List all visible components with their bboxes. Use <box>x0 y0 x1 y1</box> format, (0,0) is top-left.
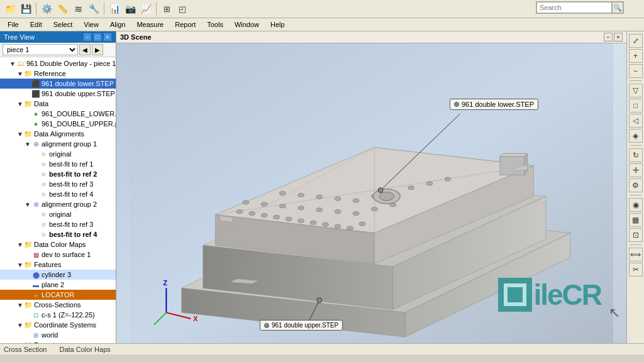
tree-item-cs1[interactable]: ⊡ c-s 1 (Z=-122.25) <box>0 310 116 320</box>
menu-measure[interactable]: Measure <box>131 19 169 30</box>
toolbar-grid[interactable]: ≋ <box>70 1 86 16</box>
cross-sections-folder-icon: 📁 <box>24 300 33 309</box>
rt-fit-all[interactable]: ⤢ <box>629 34 643 48</box>
tree-item-data-color-maps[interactable]: ▼ 📁 Data Color Maps <box>0 239 116 250</box>
svg-point-42 <box>426 182 433 185</box>
rt-view-front[interactable]: □ <box>629 99 643 112</box>
tree-item-lower-ply[interactable]: ● 961_DOUBLE_LOWER.ply <box>0 109 116 119</box>
tree-item-bestfit-g2-4[interactable]: ⊙ best-fit to ref 4 <box>0 229 116 239</box>
tree-label-cylinder3: cylinder 3 <box>42 271 71 278</box>
rt-cut[interactable]: ✂ <box>629 263 643 277</box>
menu-window[interactable]: Window <box>230 19 264 30</box>
tree-item-cross-sections[interactable]: ▼ 📁 Cross-Sections <box>0 300 116 310</box>
menu-align[interactable]: Align <box>105 19 130 30</box>
rt-view-iso[interactable]: ◈ <box>629 129 643 143</box>
tree-item-data-alignments[interactable]: ▼ 📁 Data Alignments <box>0 129 116 139</box>
tree-item-cylinder3[interactable]: ⬤ cylinder 3 <box>0 270 116 280</box>
toolbar-extra1[interactable]: ⊞ <box>159 1 174 16</box>
rt-view-top[interactable]: ▽ <box>629 84 643 97</box>
tree-label-features: Features <box>34 261 61 268</box>
tree-item-data[interactable]: ▼ 📁 Data <box>0 99 116 109</box>
reports-folder-icon: 📁 <box>24 341 33 343</box>
tree-item-coord-systems[interactable]: ▼ 📁 Coordinate Systems <box>0 320 116 330</box>
tree-item-world[interactable]: ⊞ world <box>0 330 116 340</box>
bestfit3-icon: ⊙ <box>39 180 48 189</box>
rt-zoom-in[interactable]: + <box>629 49 643 63</box>
tree-item-reports[interactable]: ▼ 📁 Reports <box>0 340 116 343</box>
tree-panel-title: Tree View <box>4 33 35 41</box>
tree-label-upper-step: 961 double upper.STEP <box>42 90 115 97</box>
tree-label-cross-sections: Cross-Sections <box>34 301 81 309</box>
rt-measure[interactable]: ⟺ <box>629 248 643 261</box>
svg-point-22 <box>335 224 341 228</box>
toolbar-camera[interactable]: 📷 <box>123 1 138 16</box>
svg-rect-46 <box>500 156 525 175</box>
scene-pin-btn[interactable]: − <box>604 33 613 41</box>
rt-zoom-out[interactable]: − <box>629 64 643 78</box>
rt-render[interactable]: ◉ <box>629 198 643 212</box>
ply-icon-lower: ● <box>31 109 40 118</box>
search-button[interactable]: 🔍 <box>612 2 623 13</box>
tree-label-bestfit2: best-fit to ref 2 <box>49 170 97 178</box>
tree-item-align-grp2[interactable]: ▼ ⊕ alignment group 2 <box>0 199 116 209</box>
toolbar-graph[interactable]: 📈 <box>138 1 153 16</box>
rt-sep-3 <box>630 195 642 195</box>
rt-rotate[interactable]: ↻ <box>629 148 643 162</box>
rt-view-right[interactable]: ◁ <box>629 114 643 128</box>
data-folder-icon: 📁 <box>24 99 33 108</box>
tree-item-bestfit4[interactable]: ⊙ best-fit to ref 4 <box>0 189 116 199</box>
menu-edit[interactable]: Edit <box>25 19 47 30</box>
svg-point-38 <box>353 199 359 202</box>
rt-settings[interactable]: ⚙ <box>629 178 643 192</box>
tree-item-original2[interactable]: ⊙ original <box>0 209 116 219</box>
toolbar-settings[interactable]: ⚙️ <box>39 1 54 16</box>
scene-content[interactable]: Z X 961 double lower.STEP 961 double upp… <box>116 43 626 343</box>
search-input[interactable] <box>536 2 612 13</box>
menu-view[interactable]: View <box>79 19 104 30</box>
tree-item-reference[interactable]: ▼ 📁 Reference <box>0 69 116 79</box>
piece-next[interactable]: ▶ <box>92 44 103 55</box>
tree-item-original1[interactable]: ⊙ original <box>0 149 116 159</box>
scene-header: 3D Scene − × <box>116 31 626 43</box>
svg-point-55 <box>378 188 383 193</box>
menu-select[interactable]: Select <box>48 19 78 30</box>
tree-item-root[interactable]: ▼ 🗂 961 Double Overlay - piece 1 <box>0 58 116 69</box>
toolbar-open[interactable]: 📁 <box>3 1 18 16</box>
tree-item-upper-ply[interactable]: ● 961_DOUBLE_UPPER.ply <box>0 119 116 129</box>
rt-shading[interactable]: ▦ <box>629 213 643 227</box>
tree-item-bestfit2[interactable]: ⊙ best-fit to ref 2 <box>0 169 116 179</box>
tree-item-features[interactable]: ▼ 📁 Features <box>0 260 116 270</box>
menu-file[interactable]: File <box>3 19 24 30</box>
toolbar-wrench[interactable]: 🔧 <box>86 1 101 16</box>
tree-item-plane2[interactable]: ▬ plane 2 <box>0 280 116 290</box>
tree-panel-close[interactable]: × <box>103 33 112 41</box>
main-layout: Tree View − □ × piece 1 ◀ ▶ ▼ 🗂 961 Doub… <box>0 31 644 343</box>
tree-panel-pin[interactable]: − <box>83 33 92 41</box>
align-grp2-icon: ⊕ <box>31 200 40 209</box>
scene-close-btn[interactable]: × <box>614 33 623 41</box>
callout-upper-step: 961 double upper.STEP <box>260 320 343 331</box>
tree-item-dev-surface[interactable]: ▦ dev to surface 1 <box>0 250 116 260</box>
rt-sep-2 <box>630 145 642 146</box>
toolbar-chart[interactable]: 📊 <box>107 1 122 16</box>
rt-pan[interactable]: ✛ <box>629 163 643 177</box>
tree-item-bestfit1[interactable]: ⊙ best-fit to ref 1 <box>0 159 116 169</box>
rt-select[interactable]: ⊡ <box>629 228 643 242</box>
svg-point-14 <box>236 210 243 214</box>
tree-item-align-grp1[interactable]: ▼ ⊕ alignment group 1 <box>0 139 116 149</box>
menu-report[interactable]: Report <box>170 19 201 30</box>
tree-item-locator[interactable]: ⬦ LOCATOR <box>0 290 116 300</box>
menu-tools[interactable]: Tools <box>202 19 228 30</box>
piece-prev[interactable]: ◀ <box>79 44 91 55</box>
toolbar-extra2[interactable]: ◰ <box>175 1 190 16</box>
menu-help[interactable]: Help <box>265 19 290 30</box>
toolbar-ruler[interactable]: 📏 <box>55 1 70 16</box>
toolbar-save[interactable]: 💾 <box>18 1 33 16</box>
tree-item-lower-step[interactable]: ⬛ 961 double lower.STEP <box>0 79 116 89</box>
tree-item-upper-step[interactable]: ⬛ 961 double upper.STEP <box>0 89 116 99</box>
piece-dropdown[interactable]: piece 1 <box>3 44 78 55</box>
alignments-icon: 📁 <box>24 129 33 138</box>
tree-item-bestfit3[interactable]: ⊙ best-fit to ref 3 <box>0 179 116 189</box>
tree-panel-undock[interactable]: □ <box>93 33 102 41</box>
tree-item-bestfit-g2-3[interactable]: ⊙ best-fit to ref 3 <box>0 219 116 229</box>
